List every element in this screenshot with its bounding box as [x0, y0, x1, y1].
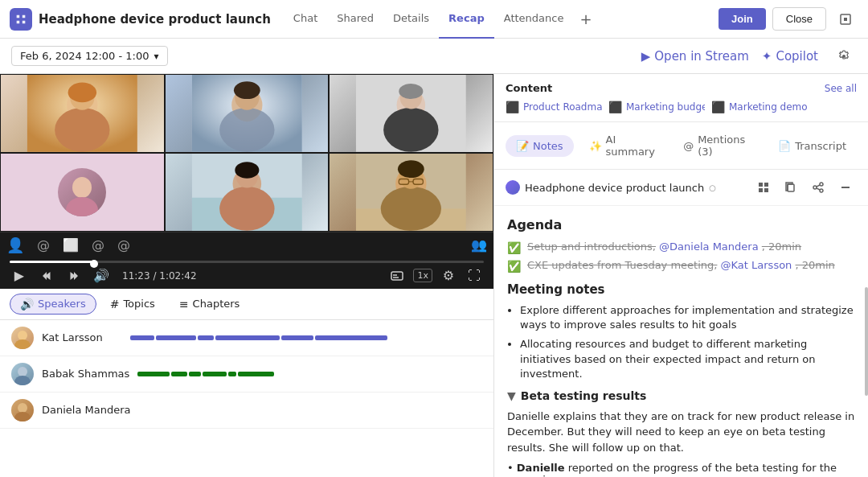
grid-icon[interactable]	[752, 176, 775, 199]
video-cell-1	[0, 74, 165, 153]
controls-row: ▶ 🔊 11:23 / 1:02:42 1x ⚙ ⛶	[10, 266, 484, 286]
at-icon[interactable]: @	[37, 237, 50, 253]
svg-rect-44	[759, 183, 763, 187]
file-item[interactable]: ⬛ Marketing budget...	[608, 101, 705, 113]
list-item: Daniela Mandera	[0, 393, 493, 429]
fullscreen-button[interactable]: ⛶	[465, 266, 484, 286]
content-title: Content	[506, 82, 552, 94]
tab-shared[interactable]: Shared	[327, 0, 383, 39]
video-settings-button[interactable]: ⚙	[439, 266, 458, 286]
svg-point-31	[398, 160, 424, 178]
share-icon[interactable]	[807, 176, 829, 199]
content-section: Content See all ⬛ Product Roadmap... ⬛ M…	[494, 74, 868, 122]
agenda-item: ✅ CXE updates from Tuesday meeting, @Kat…	[507, 259, 855, 273]
sub-header-right: ▶ Open in Stream ✦ Copilot	[641, 43, 857, 69]
left-panel: 👤 @ ⬜ @ @ 👥 ▶ 🔊 11:	[0, 74, 493, 477]
tab-topics[interactable]: # Topics	[100, 294, 166, 315]
avatar	[11, 363, 34, 385]
bar-segment	[198, 335, 214, 340]
forward-button[interactable]	[64, 266, 84, 286]
status-indicator: ○	[709, 183, 716, 192]
beta-header: ▼ Beta testing results	[507, 389, 855, 402]
participants-icon[interactable]: 👤	[6, 236, 24, 253]
ai-icon: ✨	[589, 140, 602, 152]
svg-point-6	[68, 83, 97, 103]
svg-rect-35	[391, 272, 403, 280]
svg-point-10	[219, 108, 274, 152]
rewind-button[interactable]	[37, 266, 56, 286]
add-tab-button[interactable]: +	[573, 0, 598, 39]
copilot-button[interactable]: ✦ Copilot	[762, 49, 818, 64]
file-item[interactable]: ⬛ Product Roadmap...	[506, 101, 602, 113]
agenda-item: ✅ Setup and introductions, @Daniela Mand…	[507, 241, 855, 254]
tab-notes[interactable]: 📝 Notes	[506, 135, 574, 157]
svg-rect-47	[764, 188, 768, 192]
tab-mentions[interactable]: @ Mentions (3)	[673, 129, 763, 162]
time-display: 11:23 / 1:02:42	[122, 270, 197, 282]
screen-icon[interactable]: ⬜	[63, 237, 79, 253]
svg-point-39	[14, 339, 31, 349]
bar-segment	[238, 372, 274, 376]
at-icon-2[interactable]: @	[92, 237, 104, 253]
notes-tabs: 📝 Notes ✨ AI summary @ Mentions (3) 📄 Tr…	[494, 122, 868, 170]
play-button[interactable]: ▶	[10, 266, 29, 286]
tab-ai-summary[interactable]: ✨ AI summary	[579, 129, 669, 162]
close-button[interactable]: Close	[772, 7, 826, 31]
svg-point-49	[820, 183, 823, 186]
at-icon-3[interactable]: @	[117, 237, 130, 253]
svg-rect-45	[764, 183, 768, 187]
avatar	[11, 399, 34, 421]
tab-attendance[interactable]: Attendance	[494, 0, 574, 39]
check-icon: ✅	[507, 260, 521, 273]
bar-segment	[156, 335, 196, 340]
tab-details[interactable]: Details	[383, 0, 439, 39]
date-selector[interactable]: Feb 6, 2024 12:00 - 1:00 ▾	[11, 46, 168, 66]
tab-chat[interactable]: Chat	[284, 0, 327, 39]
settings-icon[interactable]	[831, 43, 857, 69]
stream-label: Open in Stream	[654, 49, 749, 64]
agenda-time: , 20min	[762, 241, 801, 253]
volume-button[interactable]: 🔊	[92, 266, 111, 286]
svg-point-25	[235, 162, 259, 179]
add-participants-icon[interactable]: 👥	[471, 237, 487, 253]
open-in-stream-button[interactable]: ▶ Open in Stream	[641, 49, 749, 64]
video-grid	[0, 74, 493, 232]
see-all-button[interactable]: See all	[825, 83, 857, 94]
agenda-mention[interactable]: @Daniela Mandera	[659, 241, 759, 253]
tab-chapters[interactable]: ≡ Chapters	[169, 294, 250, 315]
svg-line-53	[817, 188, 820, 190]
captions-button[interactable]	[387, 266, 407, 286]
app-icon	[10, 8, 32, 31]
svg-point-50	[813, 186, 817, 189]
notes-meeting-title: Headphone device product launch ○	[506, 180, 716, 195]
mentions-label: Mentions (3)	[698, 134, 752, 158]
bar-segment	[203, 372, 227, 376]
more-icon[interactable]	[834, 176, 857, 199]
popout-icon[interactable]	[833, 6, 858, 32]
scrollbar-thumb[interactable]	[865, 287, 868, 396]
tab-speakers[interactable]: 🔊 Speakers	[10, 294, 96, 315]
agenda-mention[interactable]: @Kat Larsson	[721, 259, 792, 271]
bar-segment	[215, 335, 280, 340]
join-button[interactable]: Join	[719, 8, 766, 30]
tab-recap[interactable]: Recap	[439, 0, 494, 39]
list-item: Allocating resources and budget to diffe…	[520, 337, 855, 381]
copy-icon[interactable]	[780, 176, 802, 199]
list-item: Babak Shammas	[0, 356, 493, 393]
bar-segment	[281, 335, 313, 340]
file-item[interactable]: ⬛ Marketing demo...	[711, 101, 808, 113]
speaker-name: Babak Shammas	[42, 368, 129, 380]
header-actions: Join Close	[719, 6, 858, 32]
agenda-time: , 20min	[796, 259, 835, 271]
notes-actions	[752, 176, 857, 199]
speed-button[interactable]: 1x	[413, 269, 432, 282]
controls-right: 1x ⚙ ⛶	[387, 266, 484, 286]
svg-line-52	[817, 185, 820, 187]
meeting-title-text: Headphone device product launch	[525, 182, 704, 194]
tab-transcript[interactable]: 📄 Transcript	[768, 135, 857, 157]
topics-icon: #	[110, 298, 120, 310]
svg-point-41	[14, 376, 31, 385]
progress-bar[interactable]	[10, 261, 484, 263]
svg-point-23	[219, 187, 274, 231]
beta-text: Danielle explains that they are on track…	[507, 409, 855, 456]
